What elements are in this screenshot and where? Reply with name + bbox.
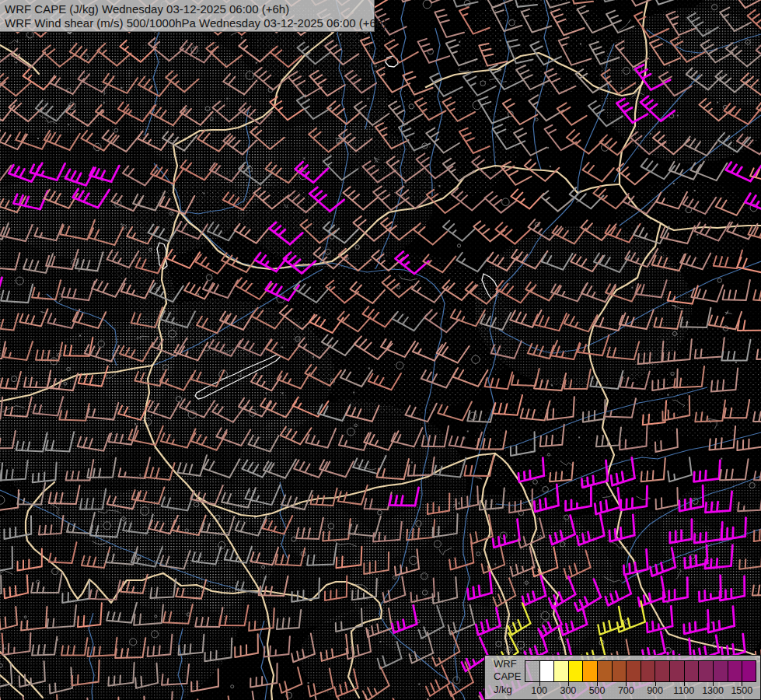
title-bar: WRF CAPE (J/kg) Wednesday 03-12-2025 06:… [0, 0, 375, 32]
legend-swatch [553, 660, 568, 682]
legend-swatch [525, 660, 539, 682]
legend-swatch [728, 660, 742, 682]
legend-swatch [641, 660, 655, 682]
legend-tick-label: 900 [647, 685, 663, 696]
legend-tick-label: 1300 [702, 685, 724, 696]
legend-tick-label: 1100 [673, 685, 694, 696]
wrf-weather-map-screen: WRF CAPE (J/kg) Wednesday 03-12-2025 06:… [0, 0, 761, 700]
cape-legend: WRF CAPE J/kg 10030050070090011001300150… [484, 655, 761, 700]
legend-swatch [597, 660, 612, 682]
legend-tick-label: 500 [589, 685, 606, 696]
legend-swatch [669, 660, 684, 682]
legend-swatch [582, 660, 597, 682]
legend-tick-label: 1500 [731, 685, 752, 696]
legend-swatch [684, 660, 699, 682]
legend-label-wrf: WRF [494, 658, 517, 670]
weather-map-canvas [0, 0, 761, 700]
legend-swatch [568, 660, 583, 682]
legend-tick-label: 300 [560, 685, 576, 696]
legend-swatch [698, 660, 713, 682]
legend-swatch [626, 660, 641, 682]
legend-swatch [539, 660, 554, 682]
title-line-shear: WRF Wind shear (m/s) 500/1000hPa Wednesd… [5, 16, 374, 30]
legend-swatch [655, 660, 669, 682]
legend-tick-label: 700 [618, 685, 634, 696]
legend-label-unit: J/kg [494, 684, 512, 695]
title-line-cape: WRF CAPE (J/kg) Wednesday 03-12-2025 06:… [5, 2, 374, 16]
legend-tick-label: 100 [531, 685, 547, 696]
legend-swatch [742, 660, 756, 682]
legend-swatch [713, 660, 728, 682]
legend-swatch [612, 660, 627, 682]
legend-color-scale [525, 660, 756, 682]
legend-label-cape: CAPE [494, 670, 521, 682]
